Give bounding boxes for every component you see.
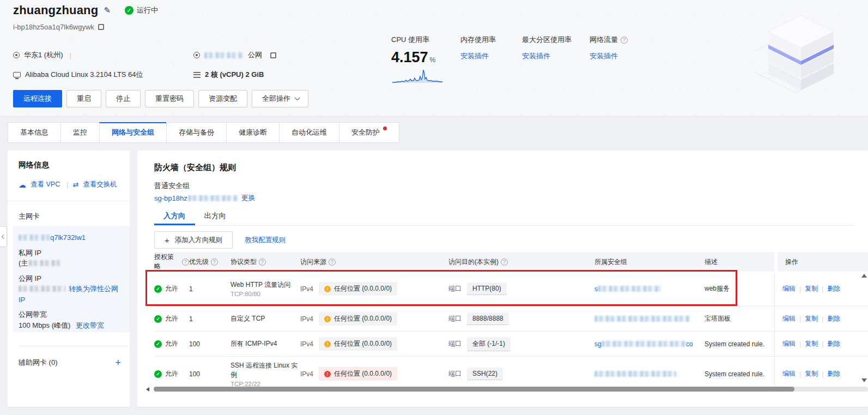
metric-disk: 最大分区使用率 安装插件 — [522, 35, 572, 61]
nic-id-link[interactable]: q7lk732lw1 — [50, 233, 86, 242]
help-icon[interactable] — [621, 37, 628, 44]
install-plugin-link-memory[interactable]: 安装插件 — [460, 51, 489, 61]
restart-button[interactable]: 重启 — [66, 90, 101, 107]
scroll-down-arrow[interactable] — [861, 378, 867, 382]
teach-me-config-link[interactable]: 教我配置规则 — [245, 236, 286, 245]
cell-protocol: 所有 ICMP-IPv4 — [230, 339, 300, 348]
description-value: 宝塔面板 — [705, 314, 731, 323]
notification-dot — [383, 127, 387, 130]
public-ip-redacted — [204, 52, 244, 58]
reset-password-button[interactable]: 重置密码 — [145, 90, 194, 107]
view-vswitch-link[interactable]: 查看交换机 — [83, 180, 117, 189]
help-icon[interactable] — [182, 258, 189, 266]
header-source: 访问来源 — [300, 257, 326, 267]
sg-type-label: 普通安全组 — [154, 181, 190, 191]
delete-rule-link[interactable]: 删除 — [827, 339, 840, 348]
cell-security-group — [594, 370, 705, 378]
help-icon[interactable] — [259, 258, 266, 266]
delete-rule-link[interactable]: 删除 — [827, 284, 840, 293]
instance-name: zhuangzhuang — [13, 3, 98, 17]
sg-link[interactable]: s — [594, 285, 660, 293]
private-ip-label: 私网 IP — [19, 248, 124, 258]
source-chip[interactable]: 任何位置 (0.0.0.0/0) — [319, 282, 397, 296]
policy-label: 允许 — [165, 339, 178, 348]
clone-rule-link[interactable]: 复制 — [805, 284, 818, 293]
tab-storage-backup[interactable]: 存储与备份 — [166, 122, 227, 143]
sg-link[interactable] — [594, 370, 676, 378]
tab-automation-ops[interactable]: 自动化运维 — [279, 122, 339, 143]
tab-outbound[interactable]: 出方向 — [195, 207, 236, 225]
edit-rule-link[interactable]: 编辑 — [782, 339, 796, 348]
tab-health-diagnosis[interactable]: 健康诊断 — [226, 122, 280, 143]
all-operations-button[interactable]: 全部操作 — [252, 90, 308, 107]
actions-divider: | — [822, 370, 823, 378]
actions-divider: | — [822, 285, 823, 293]
cpu-usage-title: CPU 使用率 — [391, 35, 429, 45]
tab-monitoring[interactable]: 监控 — [60, 122, 100, 143]
install-plugin-link-disk[interactable]: 安装插件 — [522, 51, 550, 61]
protocol-name: 自定义 TCP — [230, 315, 265, 322]
links-divider: | — [66, 181, 68, 189]
resize-button[interactable]: 资源变配 — [198, 90, 247, 107]
header-description: 描述 — [705, 257, 718, 267]
remote-connect-button[interactable]: 远程连接 — [13, 90, 62, 107]
public-ip-value-redacted — [19, 286, 65, 292]
tab-basic-info[interactable]: 基本信息 — [8, 122, 61, 143]
edit-rule-link[interactable]: 编辑 — [782, 314, 796, 323]
source-chip[interactable]: 任何位置 (0.0.0.0/0) — [319, 367, 397, 381]
install-plugin-link-network[interactable]: 安装插件 — [590, 51, 618, 61]
tab-security-protection[interactable]: 安全防护 — [339, 122, 399, 143]
destination-port-chip[interactable]: 8888/8888 — [467, 312, 509, 325]
metric-memory: 内存使用率 安装插件 — [460, 35, 496, 61]
sg-id-link[interactable]: sg-bp18hz — [154, 194, 238, 202]
cell-description: web服务 — [705, 284, 774, 293]
sg-link[interactable] — [594, 315, 690, 323]
help-icon[interactable] — [329, 258, 336, 266]
change-sg-link[interactable]: 更换 — [241, 193, 256, 203]
source-chip[interactable]: 任何位置 (0.0.0.0/0) — [319, 337, 397, 351]
cell-destination: 端口8888/8888 — [448, 312, 594, 325]
table-header-row: 授权策略 优先级 协议类型 访问来源 访问目的(本实例) 所属安全组 描述 操作 — [154, 252, 868, 272]
spec-label: 2 核 (vCPU) 2 GiB — [205, 70, 264, 80]
metric-network: 网络流量 安装插件 — [590, 35, 628, 61]
delete-rule-link[interactable]: 删除 — [827, 314, 840, 323]
public-ip-label: 公网 IP — [19, 273, 124, 284]
add-inbound-rule-button[interactable]: 添加入方向规则 — [154, 231, 233, 249]
help-icon[interactable] — [501, 258, 508, 266]
source-chip[interactable]: 任何位置 (0.0.0.0/0) — [319, 312, 397, 326]
clone-rule-link[interactable]: 复制 — [805, 339, 818, 348]
cell-priority: 1 — [189, 315, 230, 323]
ecs-instance-page: zhuangzhuang 运行中 i-bp18hz5oa1q7lk6wgywk … — [0, 0, 868, 415]
primary-nic-details: q7lk732lw1 私网 IP (主 公网 IP 转换为弹性公网 IP 公网带… — [13, 226, 130, 333]
scroll-left-arrow[interactable] — [146, 387, 149, 392]
change-bandwidth-link[interactable]: 更改带宽 — [76, 321, 104, 329]
destination-port-chip[interactable]: SSH(22) — [467, 368, 503, 380]
cell-protocol: Web HTTP 流量访问TCP:80/80 — [230, 280, 300, 297]
cell-priority: 100 — [189, 340, 230, 348]
danger-icon — [324, 371, 331, 377]
scrollbar-thumb[interactable] — [154, 387, 794, 392]
copy-ip-icon[interactable] — [270, 52, 276, 58]
edit-rule-link[interactable]: 编辑 — [782, 284, 796, 293]
delete-rule-link[interactable]: 删除 — [827, 369, 840, 378]
destination-port-chip[interactable]: 全部 (-1/-1) — [467, 337, 511, 351]
chevron-down-icon — [295, 95, 300, 100]
view-vpc-link[interactable]: 查看 VPC — [31, 180, 60, 189]
copy-instance-id-icon[interactable] — [98, 24, 104, 30]
clone-rule-link[interactable]: 复制 — [805, 369, 818, 378]
scroll-up-arrow[interactable] — [861, 274, 867, 278]
destination-port-chip[interactable]: HTTP(80) — [467, 282, 507, 295]
add-aux-nic-button[interactable] — [115, 358, 121, 367]
source-value: 任何位置 (0.0.0.0/0) — [334, 284, 392, 293]
protocol-port-range: TCP:80/80 — [230, 291, 300, 297]
edit-rule-link[interactable]: 编辑 — [782, 369, 796, 378]
tab-network-security[interactable]: 网络与安全组 — [99, 122, 167, 143]
stop-button[interactable]: 停止 — [106, 90, 141, 107]
help-icon[interactable] — [211, 258, 218, 266]
sidebar-collapse-handle[interactable] — [0, 226, 7, 247]
sg-link[interactable]: sgco — [594, 340, 693, 348]
cell-destination: 端口全部 (-1/-1) — [448, 337, 594, 351]
edit-name-icon[interactable] — [104, 5, 111, 15]
clone-rule-link[interactable]: 复制 — [805, 314, 818, 323]
tab-inbound[interactable]: 入方向 — [154, 207, 195, 225]
